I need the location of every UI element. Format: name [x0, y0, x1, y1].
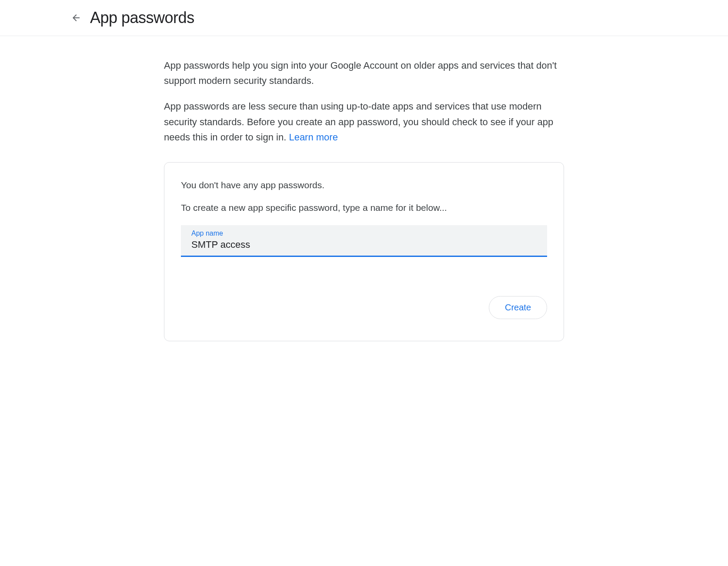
no-passwords-text: You don't have any app passwords.: [181, 180, 547, 190]
back-button[interactable]: [67, 9, 85, 27]
description-paragraph-2: App passwords are less secure than using…: [164, 99, 564, 145]
app-name-input[interactable]: [191, 239, 537, 250]
page-header: App passwords: [0, 0, 728, 36]
app-name-input-container[interactable]: App name: [181, 225, 547, 257]
instruction-text: To create a new app specific password, t…: [181, 203, 547, 213]
description-paragraph-1: App passwords help you sign into your Go…: [164, 58, 564, 88]
description-section: App passwords help you sign into your Go…: [164, 58, 564, 145]
learn-more-link[interactable]: Learn more: [289, 132, 338, 143]
main-content: App passwords help you sign into your Go…: [164, 36, 564, 341]
app-passwords-card: You don't have any app passwords. To cre…: [164, 162, 564, 341]
page-title: App passwords: [90, 9, 194, 27]
button-row: Create: [181, 296, 547, 319]
create-button[interactable]: Create: [489, 296, 547, 319]
arrow-left-icon: [71, 13, 81, 23]
app-name-label: App name: [191, 230, 537, 237]
